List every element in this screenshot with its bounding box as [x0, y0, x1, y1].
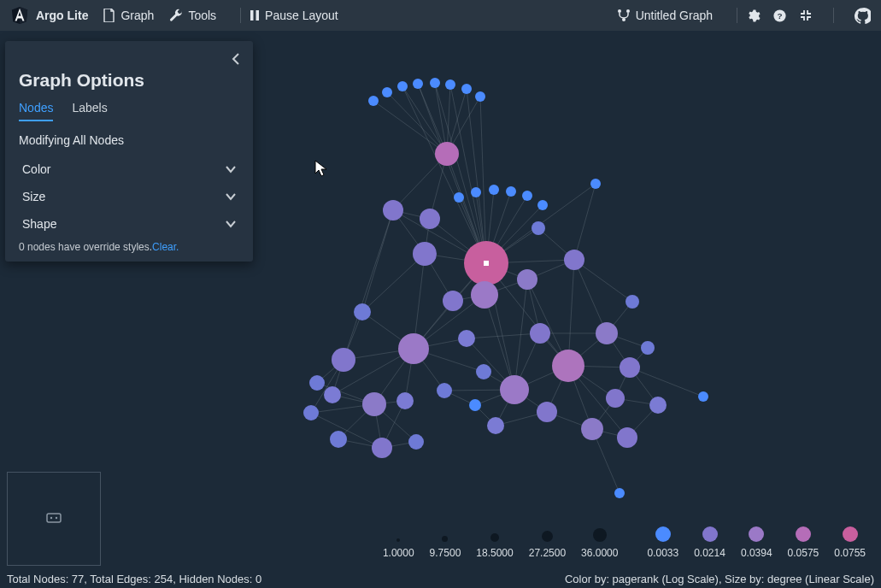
svg-point-169 [626, 295, 639, 309]
menu-tools-label: Tools [188, 9, 216, 22]
menu-tools[interactable]: Tools [169, 9, 216, 22]
svg-point-170 [641, 341, 655, 355]
svg-point-152 [332, 348, 355, 372]
section-color[interactable]: Color [19, 156, 239, 183]
tab-labels[interactable]: Labels [72, 101, 107, 121]
separator [737, 8, 737, 23]
svg-point-154 [324, 386, 341, 403]
chevron-down-icon [226, 217, 236, 231]
svg-point-173 [649, 397, 667, 414]
svg-rect-142 [484, 261, 489, 266]
svg-point-179 [50, 517, 52, 519]
svg-point-143 [532, 221, 545, 235]
svg-line-103 [574, 184, 596, 260]
minimap-icon [46, 511, 62, 526]
github-icon[interactable] [855, 8, 871, 24]
pause-layout-label: Pause Layout [265, 9, 338, 22]
panel-tabs: Nodes Labels [19, 101, 239, 121]
menu-graph[interactable]: Graph [103, 9, 154, 22]
svg-point-163 [469, 399, 481, 411]
svg-point-147 [471, 281, 498, 309]
svg-point-156 [330, 431, 347, 448]
angular-logo-icon [10, 6, 29, 25]
svg-line-70 [311, 413, 382, 448]
svg-line-59 [344, 210, 393, 360]
svg-point-151 [398, 333, 429, 364]
svg-point-4 [618, 9, 621, 13]
svg-line-106 [574, 260, 632, 302]
svg-point-148 [354, 303, 371, 320]
size-legend: 1.0000 9.7500 18.5000 27.2500 36.0000 [383, 528, 619, 559]
graph-title[interactable]: Untitled Graph [617, 9, 713, 22]
svg-point-146 [443, 291, 463, 311]
svg-point-145 [517, 269, 537, 290]
svg-point-157 [362, 392, 386, 416]
clear-overrides-link[interactable]: Clear. [152, 241, 179, 253]
separator [240, 8, 241, 23]
svg-point-5 [626, 9, 630, 13]
modify-scope-label: Modifying All Nodes [19, 133, 239, 147]
status-left: Total Nodes: 77, Total Edges: 254, Hidde… [7, 573, 261, 585]
svg-point-122 [397, 81, 408, 91]
svg-line-90 [574, 260, 607, 333]
svg-point-162 [476, 364, 491, 379]
section-size[interactable]: Size [19, 183, 239, 210]
section-shape-label: Shape [22, 217, 56, 231]
size-legend-0: 1.0000 [383, 547, 414, 559]
override-text: 0 nodes have override styles. [19, 241, 152, 253]
top-toolbar: Argo Lite Graph Tools Pause Layout Untit… [0, 0, 881, 31]
svg-point-129 [368, 96, 379, 106]
svg-point-136 [537, 200, 548, 210]
svg-point-176 [617, 427, 637, 448]
svg-point-174 [698, 391, 708, 402]
svg-point-164 [487, 417, 504, 434]
svg-point-124 [430, 78, 440, 88]
color-legend-1: 0.0214 [694, 547, 725, 559]
svg-line-114 [467, 333, 540, 338]
section-shape[interactable]: Shape [19, 210, 239, 238]
svg-point-128 [382, 87, 392, 97]
svg-point-125 [445, 79, 455, 90]
size-legend-1: 9.7500 [430, 547, 461, 559]
collapse-panel-button[interactable] [231, 53, 241, 68]
color-legend: 0.0033 0.0214 0.0394 0.0575 0.0755 [647, 526, 866, 559]
svg-point-123 [413, 79, 423, 89]
brand[interactable]: Argo Lite [10, 6, 88, 25]
settings-icon[interactable] [746, 9, 761, 23]
svg-point-149 [530, 323, 550, 344]
svg-point-150 [458, 330, 475, 347]
pause-layout-button[interactable]: Pause Layout [250, 9, 338, 22]
svg-point-158 [396, 392, 414, 409]
svg-point-165 [500, 375, 529, 404]
svg-line-121 [362, 210, 393, 312]
svg-point-132 [471, 187, 481, 197]
graph-options-panel: Graph Options Nodes Labels Modifying All… [5, 41, 253, 262]
svg-line-15 [402, 86, 447, 154]
help-icon[interactable]: ? [772, 9, 787, 23]
svg-point-130 [435, 142, 459, 166]
branch-icon [617, 9, 631, 22]
minimize-icon[interactable] [799, 9, 813, 22]
svg-point-159 [372, 438, 392, 458]
svg-point-139 [420, 209, 440, 229]
svg-point-133 [489, 185, 499, 195]
status-right: Color by: pagerank (Log Scale), Size by:… [565, 573, 874, 585]
svg-point-160 [408, 434, 424, 450]
minimap[interactable] [7, 472, 101, 566]
svg-point-131 [454, 192, 464, 203]
chevron-down-icon [226, 190, 236, 203]
svg-point-155 [303, 405, 319, 420]
wrench-icon [169, 9, 183, 22]
panel-heading: Graph Options [19, 70, 239, 91]
size-legend-4: 36.0000 [581, 547, 618, 559]
legend: 1.0000 9.7500 18.5000 27.2500 36.0000 0.… [383, 526, 866, 559]
graph-title-label: Untitled Graph [636, 9, 713, 22]
svg-point-168 [596, 322, 618, 344]
pause-icon [250, 9, 260, 21]
svg-rect-178 [47, 514, 61, 522]
svg-point-126 [461, 84, 472, 94]
svg-point-140 [413, 242, 437, 266]
size-legend-3: 27.2500 [529, 547, 566, 559]
tab-nodes[interactable]: Nodes [19, 101, 53, 121]
svg-point-166 [537, 402, 557, 422]
